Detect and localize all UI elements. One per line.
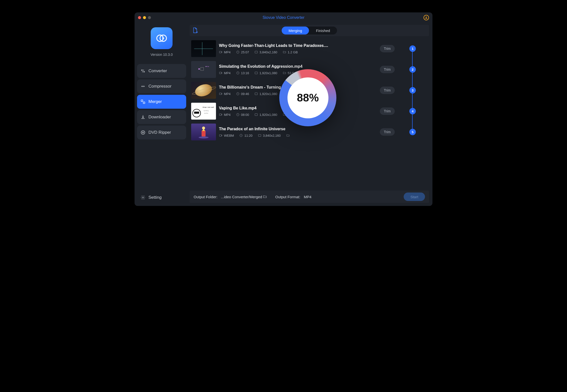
sidebar-item-compressor[interactable]: Compressor <box>137 79 186 93</box>
gear-icon <box>141 195 145 200</box>
file-format: MP4 <box>219 50 231 54</box>
footer-bar: Output Folder: ...ideo Converter/Merged … <box>190 191 429 203</box>
minimize-window-button[interactable] <box>143 16 146 19</box>
merge-icon <box>141 99 145 104</box>
file-title: Why Going Faster-Than-Light Leads to Tim… <box>219 43 377 48</box>
tab-finished[interactable]: Finished <box>309 27 337 34</box>
titlebar: Siovue Video Converter <box>135 12 432 23</box>
sidebar-item-label: DVD Ripper <box>148 130 171 135</box>
order-badge[interactable]: 3 <box>409 87 416 94</box>
svg-rect-17 <box>219 93 221 95</box>
svg-rect-30 <box>202 131 206 136</box>
app-title: Siovue Video Converter <box>135 15 432 20</box>
svg-point-6 <box>142 197 144 198</box>
file-resolution: 1,920x1,080 <box>254 92 277 96</box>
order-badge[interactable]: 5 <box>409 129 416 135</box>
add-file-button[interactable] <box>192 27 198 34</box>
svg-text:things i cant spell: things i cant spell <box>203 106 214 108</box>
clock-icon <box>236 50 240 54</box>
sidebar-item-label: Downloader <box>148 115 171 120</box>
clock-icon <box>236 113 240 116</box>
video-thumbnail <box>191 124 216 140</box>
sidebar-item-downloader[interactable]: Downloader <box>137 110 186 124</box>
resolution-icon <box>258 134 261 137</box>
video-icon <box>219 134 222 137</box>
profile-button[interactable] <box>424 15 429 20</box>
topbar: Merging Finished <box>190 25 429 36</box>
svg-rect-19 <box>255 93 258 95</box>
order-badge[interactable]: 2 <box>409 66 416 73</box>
video-thumbnail <box>191 82 216 99</box>
video-thumbnail <box>191 40 216 57</box>
file-duration: 08:00 <box>236 113 249 117</box>
trim-button[interactable]: Trim <box>380 45 395 52</box>
file-format: MP4 <box>219 113 231 117</box>
trim-button[interactable]: Trim <box>380 107 395 115</box>
disc-icon <box>141 130 145 135</box>
download-icon <box>141 115 145 120</box>
file-resolution: 3,840x2,160 <box>254 50 277 54</box>
app-version: Version 10.3.0 <box>150 53 173 57</box>
video-thumbnail: Me <box>191 61 216 78</box>
order-badge[interactable]: 1 <box>409 45 416 52</box>
app-window: Siovue Video Converter Version 10.3.0 Co… <box>135 12 432 206</box>
file-duration: 11:20 <box>239 134 252 137</box>
resolution-icon <box>254 113 258 116</box>
maximize-window-button[interactable] <box>148 16 151 19</box>
trim-button[interactable]: Trim <box>380 128 395 136</box>
order-badge[interactable]: 4 <box>409 108 416 114</box>
file-resolution: 1,920x1,080 <box>254 71 277 75</box>
output-format-value[interactable]: MP4 <box>304 195 312 199</box>
svg-point-5 <box>142 132 144 133</box>
file-format: MP4 <box>219 71 231 75</box>
clock-icon <box>239 134 243 137</box>
svg-point-32 <box>202 127 205 130</box>
sidebar: Version 10.3.0 Converter Compressor Merg… <box>135 23 189 206</box>
trim-button[interactable]: Trim <box>380 87 395 94</box>
svg-rect-2 <box>141 100 143 102</box>
file-resolution: 1,920x1,080 <box>254 113 277 117</box>
svg-rect-22 <box>194 112 199 114</box>
svg-text:somthing: somthing <box>204 110 209 111</box>
video-thumbnail: things i cant spellsomthinganothor <box>191 103 216 120</box>
clock-icon <box>236 71 240 75</box>
sidebar-item-label: Compressor <box>148 84 172 89</box>
file-format: WEBM <box>219 134 234 137</box>
svg-point-33 <box>199 136 209 138</box>
setting-label: Setting <box>148 195 162 200</box>
svg-point-12 <box>206 66 207 67</box>
sidebar-item-merger[interactable]: Merger <box>137 95 186 109</box>
tab-merging[interactable]: Merging <box>282 27 309 34</box>
resolution-icon <box>254 50 258 54</box>
video-icon <box>219 50 222 54</box>
logo-block: Version 10.3.0 <box>137 27 186 57</box>
svg-rect-28 <box>255 114 258 116</box>
folder-icon <box>286 134 290 137</box>
compress-icon <box>141 84 145 89</box>
file-info: Why Going Faster-Than-Light Leads to Tim… <box>219 43 377 54</box>
svg-text:anothor: anothor <box>204 112 208 114</box>
sidebar-item-setting[interactable]: Setting <box>137 192 186 203</box>
file-row: Why Going Faster-Than-Light Leads to Tim… <box>191 39 427 60</box>
output-folder-value[interactable]: ...ideo Converter/Merged <box>221 195 267 199</box>
close-window-button[interactable] <box>138 16 141 19</box>
file-resolution: 3,840x2,160 <box>258 134 281 137</box>
window-controls <box>138 16 151 19</box>
start-button[interactable]: Start <box>404 193 425 201</box>
svg-rect-36 <box>258 134 261 136</box>
user-icon <box>425 16 428 19</box>
nav: Converter Compressor Merger Downloader D… <box>137 64 186 139</box>
svg-rect-3 <box>143 102 145 104</box>
sidebar-item-label: Converter <box>148 68 167 73</box>
progress-percent: 88% <box>297 92 319 104</box>
file-size: 1.2 GB <box>283 50 298 54</box>
folder-icon <box>263 195 267 199</box>
sidebar-item-converter[interactable]: Converter <box>137 64 186 78</box>
sidebar-item-dvd-ripper[interactable]: DVD Ripper <box>137 126 186 139</box>
svg-rect-9 <box>255 51 258 53</box>
file-size <box>286 134 291 137</box>
svg-text:Me: Me <box>207 66 209 67</box>
trim-button[interactable]: Trim <box>380 66 395 73</box>
progress-overlay: 88% <box>278 68 338 128</box>
file-duration: 09:46 <box>236 92 249 96</box>
